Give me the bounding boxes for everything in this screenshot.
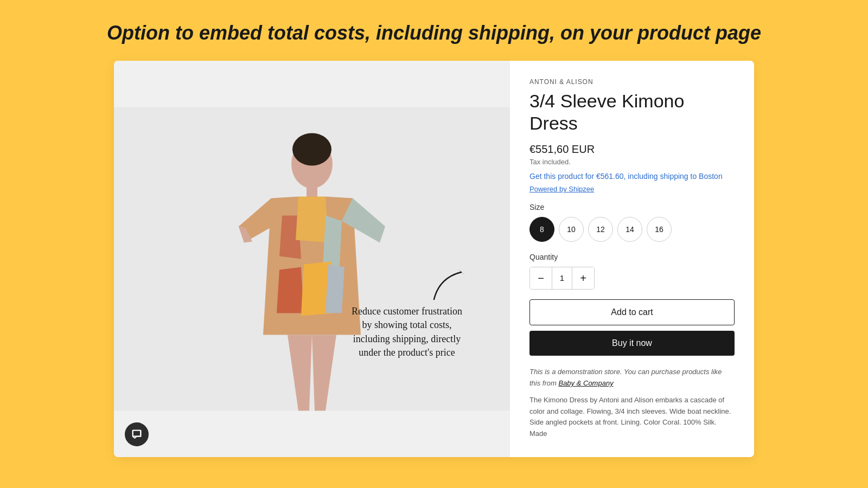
size-btn-16[interactable]: 16 <box>647 217 672 242</box>
size-label: Size <box>529 203 735 211</box>
size-options: 8 10 12 14 16 <box>529 217 735 242</box>
chat-icon <box>131 428 143 440</box>
powered-by-link[interactable]: Powered by Shipzee <box>529 185 594 193</box>
quantity-control: − 1 + <box>529 267 595 290</box>
product-image-panel: Reduce customer frustration by showing t… <box>114 61 510 457</box>
size-btn-12[interactable]: 12 <box>588 217 613 242</box>
quantity-value: 1 <box>552 267 572 289</box>
page-title: Option to embed total costs, including s… <box>107 22 761 44</box>
quantity-increase-button[interactable]: + <box>572 267 594 289</box>
page-title-section: Option to embed total costs, including s… <box>96 0 772 61</box>
demo-store-link[interactable]: Baby & Company <box>558 379 613 387</box>
size-btn-8[interactable]: 8 <box>529 217 554 242</box>
size-btn-14[interactable]: 14 <box>617 217 642 242</box>
buy-now-button[interactable]: Buy it now <box>529 331 735 356</box>
product-description: The Kimono Dress by Antoni and Alison em… <box>529 395 735 440</box>
product-card: Reduce customer frustration by showing t… <box>114 61 754 457</box>
arrow-icon <box>429 267 472 305</box>
add-to-cart-button[interactable]: Add to cart <box>529 299 735 325</box>
product-title: 3/4 Sleeve Kimono Dress <box>529 90 735 134</box>
shipping-estimate[interactable]: Get this product for €561.60, including … <box>529 171 735 182</box>
size-btn-10[interactable]: 10 <box>559 217 584 242</box>
brand-name: ANTONI & ALISON <box>529 78 735 86</box>
product-price: €551,60 EUR <box>529 143 735 156</box>
product-image-svg <box>114 61 510 457</box>
quantity-label: Quantity <box>529 253 735 261</box>
svg-rect-5 <box>133 431 141 436</box>
annotation-bubble: Reduce customer frustration by showing t… <box>347 305 467 359</box>
annotation-text: Reduce customer frustration by showing t… <box>347 305 467 359</box>
chat-icon-badge[interactable] <box>125 422 149 446</box>
demo-notice: This is a demonstration store. You can p… <box>529 367 735 389</box>
quantity-decrease-button[interactable]: − <box>530 267 552 289</box>
product-details-panel: ANTONI & ALISON 3/4 Sleeve Kimono Dress … <box>510 61 754 457</box>
tax-note: Tax included. <box>529 158 735 166</box>
